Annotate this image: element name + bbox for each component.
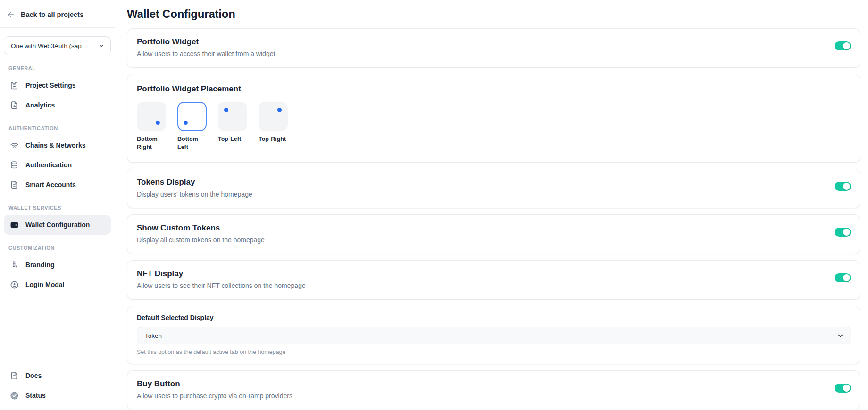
- clipboard-icon: [9, 81, 19, 90]
- sidebar-item-analytics[interactable]: Analytics: [4, 95, 111, 115]
- project-selector-dropdown[interactable]: One with Web3Auth (sap: [4, 36, 111, 55]
- sidebar-item-label: Wallet Configuration: [25, 221, 90, 229]
- section-label-wallet-services: WALLET SERVICES: [8, 205, 106, 211]
- placement-dot: [277, 108, 282, 112]
- card-title: Portfolio Widget: [137, 37, 275, 47]
- show-custom-tokens-toggle[interactable]: [835, 228, 851, 237]
- sidebar-item-status[interactable]: Status: [4, 385, 111, 405]
- sidebar-item-label: Analytics: [25, 101, 55, 109]
- sidebar-footer: Docs Status: [0, 358, 115, 410]
- placement-tile: [177, 102, 207, 131]
- back-to-projects-link[interactable]: Back to all projects: [0, 0, 115, 28]
- back-arrow-icon: [7, 10, 15, 19]
- doc-icon: [9, 371, 19, 380]
- placement-tile: [137, 102, 166, 131]
- placement-dot: [224, 108, 228, 112]
- user-icon: [9, 280, 19, 289]
- default-display-select[interactable]: Token: [137, 327, 851, 344]
- sidebar-item-wallet-configuration[interactable]: Wallet Configuration: [4, 215, 111, 235]
- sidebar-item-login-modal[interactable]: Login Modal: [4, 275, 111, 295]
- placement-label: Bottom-Left: [177, 135, 207, 151]
- card-show-custom-tokens: Show Custom Tokens Display all custom to…: [127, 214, 860, 254]
- card-title: Portfolio Widget Placement: [137, 84, 850, 94]
- sidebar-item-chains-networks[interactable]: Chains & Networks: [4, 135, 111, 155]
- placement-tile: [218, 102, 247, 131]
- card-description: Allow users to access their wallet from …: [137, 49, 275, 58]
- toggle-knob: [843, 229, 850, 236]
- card-buy-button: Buy Button Allow users to purchase crypt…: [127, 370, 860, 410]
- select-label: Default Selected Display: [137, 314, 851, 321]
- sidebar-item-label: Status: [25, 392, 46, 399]
- card-description: Allow users to purchase crypto via on-ra…: [137, 391, 292, 401]
- network-icon: [9, 140, 19, 150]
- toggle-knob: [843, 42, 850, 49]
- sidebar-item-label: Authentication: [25, 161, 72, 169]
- main-content: Wallet Configuration Portfolio Widget Al…: [115, 0, 868, 410]
- sidebar-item-project-settings[interactable]: Project Settings: [4, 75, 111, 95]
- nft-display-toggle[interactable]: [835, 273, 851, 282]
- sidebar-item-label: Login Modal: [25, 281, 64, 288]
- buy-button-toggle[interactable]: [835, 384, 851, 393]
- placement-label: Top-Left: [218, 135, 247, 143]
- placement-label: Top-Right: [259, 135, 288, 143]
- sidebar-item-docs[interactable]: Docs: [4, 366, 111, 385]
- sidebar-item-label: Smart Accounts: [25, 181, 76, 189]
- wallet-icon: [9, 220, 19, 230]
- placement-option-top-right[interactable]: Top-Right: [259, 102, 288, 151]
- placement-option-bottom-left[interactable]: Bottom-Left: [177, 102, 207, 151]
- sidebar-item-label: Docs: [25, 372, 42, 379]
- card-tokens-display: Tokens Display Display users' tokens on …: [127, 169, 860, 208]
- card-title: NFT Display: [137, 269, 306, 279]
- page-title: Wallet Configuration: [127, 8, 860, 21]
- tokens-display-toggle[interactable]: [835, 182, 851, 191]
- section-label-authentication: AUTHENTICATION: [8, 125, 106, 131]
- sidebar-item-smart-accounts[interactable]: Smart Accounts: [4, 175, 111, 195]
- card-title: Tokens Display: [137, 177, 252, 188]
- card-portfolio-widget: Portfolio Widget Allow users to access t…: [127, 28, 860, 68]
- section-label-customization: CUSTOMIZATION: [8, 245, 106, 251]
- placement-options: Bottom-Right Bottom-Left Top-Left Top-Ri…: [137, 102, 850, 151]
- placement-option-bottom-right[interactable]: Bottom-Right: [137, 102, 166, 151]
- status-check-icon: [9, 391, 19, 400]
- sidebar-nav: GENERAL Project Settings Analytics AUTHE…: [0, 55, 115, 295]
- sidebar-item-label: Chains & Networks: [25, 141, 86, 149]
- sidebar-item-label: Project Settings: [25, 82, 76, 89]
- sidebar-item-branding[interactable]: Branding: [4, 255, 111, 275]
- back-label: Back to all projects: [21, 11, 83, 18]
- card-default-selected-display: Default Selected Display Token Set this …: [127, 306, 860, 364]
- placement-dot: [156, 121, 160, 125]
- card-description: Allow users to see their NFT collections…: [137, 281, 306, 290]
- placement-option-top-left[interactable]: Top-Left: [218, 102, 247, 151]
- toggle-knob: [843, 183, 850, 190]
- placement-tile: [259, 102, 288, 131]
- chevron-down-icon: [837, 332, 844, 339]
- toggle-knob: [843, 274, 850, 281]
- sidebar: Back to all projects One with Web3Auth (…: [0, 0, 115, 410]
- card-description: Display all custom tokens on the homepag…: [137, 235, 265, 245]
- analytics-icon: [9, 100, 19, 110]
- file-icon: [9, 180, 19, 189]
- project-selector-value: One with Web3Auth (sap: [11, 42, 82, 49]
- brush-icon: [9, 260, 19, 270]
- placement-dot: [184, 121, 188, 125]
- select-value: Token: [145, 332, 162, 339]
- section-label-general: GENERAL: [8, 66, 106, 71]
- card-title: Buy Button: [137, 379, 292, 389]
- sidebar-item-label: Branding: [25, 261, 54, 269]
- chevron-down-icon: [98, 42, 105, 49]
- card-description: Display users' tokens on the homepage: [137, 189, 252, 199]
- select-helper-text: Set this option as the default active ta…: [137, 349, 851, 355]
- card-portfolio-widget-placement: Portfolio Widget Placement Bottom-Right …: [127, 74, 860, 163]
- placement-label: Bottom-Right: [137, 135, 166, 151]
- portfolio-widget-toggle[interactable]: [835, 41, 851, 50]
- database-icon: [9, 160, 19, 170]
- card-title: Show Custom Tokens: [137, 223, 265, 233]
- toggle-knob: [843, 385, 850, 392]
- card-nft-display: NFT Display Allow users to see their NFT…: [127, 260, 860, 300]
- sidebar-item-authentication[interactable]: Authentication: [4, 155, 111, 175]
